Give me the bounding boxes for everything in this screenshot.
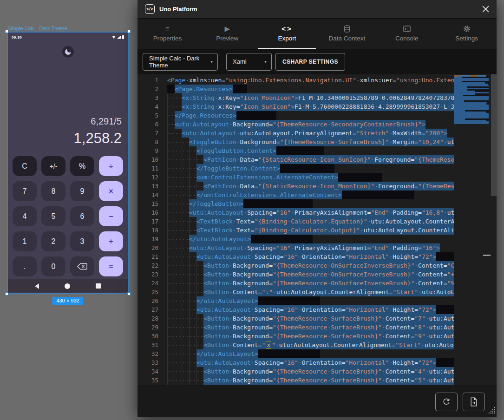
code-text: <utu:AutoLayout·Background="{ThemeResour… [175,120,425,129]
code-text: <Button·Background="{ThemeResource·Surfa… [203,376,454,385]
nav-recents-icon[interactable] [96,283,101,289]
code-text: <x:String·x:Key="Icon_MoonIcon">F1·M·10.… [182,93,454,102]
calc-key-6[interactable]: 6 [70,206,94,226]
code-text: <Button·Background="{ThemeResource·Surfa… [203,323,454,332]
calc-key-7[interactable]: 7 [13,181,37,201]
calc-key-=[interactable]: = [99,256,123,276]
calc-key-÷[interactable]: ÷ [99,156,123,176]
frame-label[interactable]: Simple Calc - Dark Theme [7,26,67,31]
status-bar: 09:30 [8,33,128,40]
calc-key-×[interactable]: × [99,181,123,201]
nav-home-icon[interactable] [65,283,70,289]
resize-handle-bottom-right[interactable] [127,292,131,295]
tab-label: Preview [197,35,257,42]
code-content[interactable]: 1<Page·xmlns:uen="using:Uno.Extensions.N… [137,76,454,386]
indent-whitespace: ·········· [167,270,203,279]
code-text: <x:String·x:Key="Icon_SunIcon">F1·M·5.76… [182,102,454,111]
calc-key-backspace[interactable] [70,256,94,276]
line-number: 21 [137,252,158,261]
calc-key-8[interactable]: 8 [41,181,65,201]
status-time: 09:30 [12,35,22,39]
csharp-settings-button[interactable]: CSHARP SETTINGS [275,53,345,71]
code-text: <um:ControlExtensions.AlternateContent> [196,173,338,182]
indent-whitespace: ·········· [167,341,203,349]
close-icon[interactable] [482,6,489,13]
line-number: 14 [137,190,158,199]
calc-key-1[interactable]: 1 [13,231,37,251]
export-file-button[interactable] [463,393,485,411]
indent-whitespace: ·········· [167,367,203,376]
line-number: 16 [137,208,158,217]
selection-tail-block [436,358,454,367]
calc-key-+[interactable]: + [99,231,123,251]
code-line: 29··········<Button·Background="{ThemeRe… [137,323,454,332]
refresh-button[interactable] [435,393,458,411]
line-number: 19 [137,235,158,243]
code-text: <Button·Content="x"·utu:AutoLayout.Count… [203,341,454,349]
line-number: 4 [137,102,158,111]
tab-preview[interactable]: ▶Preview [197,19,257,49]
code-line: 33········<utu:AutoLayout·Spacing="16"·O… [137,358,454,367]
minimap-slider[interactable] [483,255,491,256]
theme-select[interactable]: Simple Calc - Dark Theme ▾ [143,53,218,71]
code-line: 8······<ToggleButton·Background="{ThemeR… [137,138,454,146]
tab-label: Settings [437,35,497,42]
phone-preview-frame[interactable]: 09:30 6,291/5 1,258.2 C+/-%÷789×456−123+… [7,32,129,294]
code-text: </um:ControlExtensions.AlternateContent> [196,190,342,199]
line-number: 7 [137,129,158,138]
calc-key-C[interactable]: C [13,156,37,176]
resize-grip[interactable] [487,405,496,416]
battery-icon [122,35,124,39]
tab-console[interactable]: Console [377,19,437,49]
tab-settings[interactable]: Settings [437,19,497,49]
scrollbar-thumb[interactable] [491,74,497,196]
indent-whitespace: ········ [167,217,196,226]
code-text: <Button·Background="{ThemeResource·Surfa… [203,332,454,341]
calc-key-.[interactable]: . [13,256,37,276]
calc-key-−[interactable]: − [99,206,123,226]
code-line: 3····<x:String·x:Key="Icon_MoonIcon">F1·… [137,93,454,102]
tab-properties[interactable]: ≡Properties [137,19,197,49]
line-number: 15 [137,199,158,208]
selection-tail-block [436,305,454,314]
code-line: 17········<TextBlock·Text="{Binding·Calc… [137,217,454,226]
code-line: 12········<um:ControlExtensions.Alternat… [137,173,454,182]
line-number: 8 [137,138,158,146]
calc-key-5[interactable]: 5 [41,206,65,226]
code-text: <Page.Resources> [175,85,233,93]
calc-key-3[interactable]: 3 [70,231,94,251]
calc-key-+/-[interactable]: +/- [41,156,65,176]
code-editor[interactable]: 1<Page·xmlns:uen="using:Uno.Extensions.N… [137,74,497,386]
theme-toggle-button[interactable] [62,46,74,58]
selection-tail-block [258,296,320,305]
tab-data-context[interactable]: Data Context [317,19,377,49]
calc-key-9[interactable]: 9 [70,181,94,201]
resize-handle-top-left[interactable] [5,30,8,33]
code-line: 31··········<Button·Content="x"·utu:Auto… [137,341,454,349]
theme-select-value: Simple Calc - Dark Theme [149,55,206,69]
calc-key-0[interactable]: 0 [41,256,65,276]
code-text: </ToggleButton> [189,199,243,208]
export-file-icon [470,397,478,407]
calc-key-%[interactable]: % [70,156,94,176]
indent-whitespace: ·········· [167,323,203,332]
calc-key-4[interactable]: 4 [13,206,37,226]
active-tab-underline [258,48,316,49]
line-number: 35 [137,376,158,385]
resize-handle-bottom-left[interactable] [5,292,8,295]
code-text: <Button·Background="{ThemeResource·OnSur… [203,261,454,270]
nav-back-icon[interactable] [35,283,39,289]
code-text: <PathIcon·Data="{StaticResource·Icon_Moo… [203,182,454,190]
minimap[interactable] [454,75,490,386]
code-text: <Button·Background="{ThemeResource·Surfa… [203,367,454,376]
indent-whitespace: ···· [167,102,182,111]
line-number: 26 [137,296,158,305]
editor-scrollbar[interactable] [491,74,497,386]
tab-export[interactable]: <>Export [257,19,317,49]
resize-handle-top-right[interactable] [127,30,131,33]
format-select[interactable]: Xaml ▾ [226,53,272,71]
line-number: 29 [137,323,158,332]
code-line: 7····<utu:AutoLayout·utu:AutoLayout.Prim… [137,129,454,138]
code-text: </Page.Resources> [175,111,236,120]
calc-key-2[interactable]: 2 [41,231,65,251]
